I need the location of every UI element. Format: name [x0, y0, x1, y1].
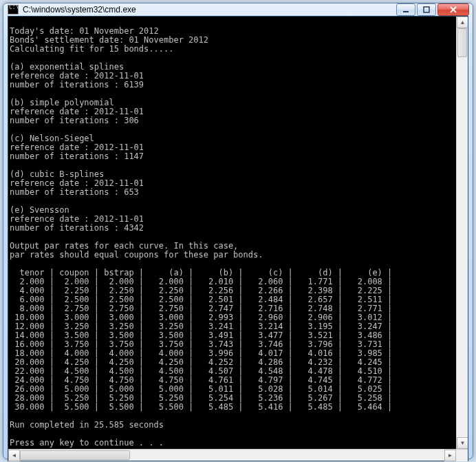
scroll-up-button[interactable]: ▲ [457, 17, 468, 28]
horizontal-scrollbar[interactable]: ◄ ► [8, 449, 468, 461]
svg-rect-0 [403, 11, 409, 12]
close-button[interactable] [437, 3, 469, 16]
scroll-right-button[interactable]: ► [444, 450, 456, 461]
console-output[interactable]: Today's date: 01 November 2012 Bonds' se… [8, 17, 456, 449]
vertical-scroll-track[interactable] [457, 28, 468, 437]
scroll-down-button[interactable]: ▼ [457, 437, 468, 449]
cmd-window: C:\ C:\windows\system32\cmd.exe Today's … [3, 3, 473, 459]
vertical-scrollbar[interactable]: ▲ ▼ [456, 17, 468, 449]
minimize-button[interactable] [396, 3, 415, 16]
horizontal-scroll-track[interactable] [20, 450, 444, 461]
client-area: Today's date: 01 November 2012 Bonds' se… [8, 16, 468, 461]
console-area: Today's date: 01 November 2012 Bonds' se… [8, 17, 468, 449]
maximize-button[interactable] [417, 3, 436, 16]
vertical-scroll-thumb[interactable] [457, 28, 467, 57]
cmd-icon: C:\ [8, 5, 19, 14]
window-controls [396, 3, 469, 16]
window-title: C:\windows\system32\cmd.exe [23, 5, 396, 14]
svg-rect-1 [424, 7, 429, 12]
horizontal-scroll-thumb[interactable] [20, 450, 130, 460]
titlebar[interactable]: C:\ C:\windows\system32\cmd.exe [3, 3, 473, 16]
scrollbar-corner [456, 450, 468, 461]
scroll-left-button[interactable]: ◄ [8, 450, 20, 461]
